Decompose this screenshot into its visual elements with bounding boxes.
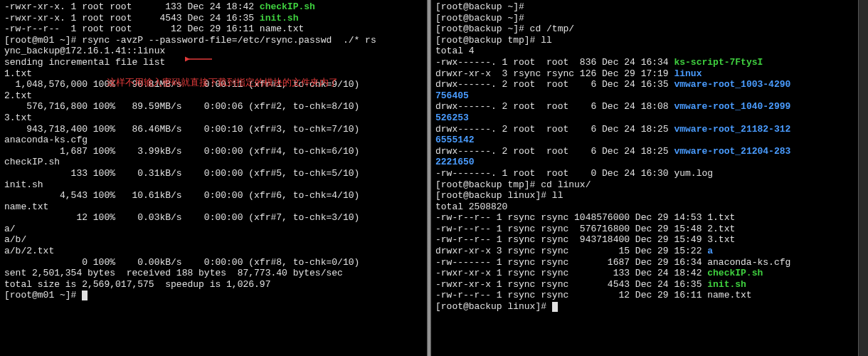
rsync-output-line: 12 100% 0.03kB/s 0:00:00 (xfr#7, to-chk=… <box>4 212 423 224</box>
terminal-line: [root@backup tmp]# ll <box>435 35 854 46</box>
ls-line: -rwxr-xr-x. 1 root root 133 Dec 24 18:42… <box>4 1 423 13</box>
terminal-line: -rw-r--r-- 1 rsync rsync 943718400 Dec 2… <box>435 234 854 246</box>
rsync-output-line: init.sh <box>4 179 423 191</box>
rsync-output-line: 3.txt <box>4 112 423 124</box>
rsync-output-line: sending incremental file list <box>4 57 423 68</box>
terminal-line: [root@backup ~]# cd /tmp/ <box>435 23 854 35</box>
terminal-line: total 2508820 <box>435 201 854 213</box>
terminal-line: [root@backup tmp]# cd linux/ <box>435 179 854 191</box>
terminal-line: -rw-r--r-- 1 rsync rsync 1048576000 Dec … <box>435 212 854 224</box>
rsync-output-line: name.txt <box>4 201 423 213</box>
cursor-icon <box>82 290 88 300</box>
terminal-line: [root@backup ~]# <box>435 1 854 13</box>
rsync-output-line: 0 100% 0.00kB/s 0:00:00 (xfr#8, to-chk=0… <box>4 257 423 268</box>
rsync-output-line: checkIP.sh <box>4 157 423 168</box>
terminal-line: drwx------. 2 root root 6 Dec 24 18:08 v… <box>435 101 854 112</box>
terminal-left[interactable]: -rwxr-xr-x. 1 root root 133 Dec 24 18:42… <box>0 0 427 356</box>
terminal-line: -rw------- 1 rsync rsync 1687 Dec 29 16:… <box>435 257 854 268</box>
terminal-line: -rwxr-xr-x 1 rsync rsync 133 Dec 24 18:4… <box>435 268 854 279</box>
terminal-line: drwx------. 2 root root 6 Dec 24 18:25 v… <box>435 124 854 135</box>
terminal-line: [root@backup linux]# ll <box>435 190 854 201</box>
terminal-line: drwxr-xr-x 3 rsync rsync 15 Dec 29 15:22… <box>435 246 854 257</box>
scrollbar[interactable] <box>858 0 868 356</box>
terminal-line: -rw-r--r-- 1 rsync rsync 12 Dec 29 16:11… <box>435 290 854 301</box>
rsync-output-line: a/b/2.txt <box>4 246 423 257</box>
cursor-icon <box>552 302 558 312</box>
shell-prompt-line-wrap: ync_backup@172.16.1.41::linux <box>4 46 423 57</box>
rsync-output-line: 2.txt <box>4 90 423 102</box>
shell-prompt-ready[interactable]: [root@backup linux]# <box>435 301 854 313</box>
rsync-output-line: a/ <box>4 224 423 235</box>
terminal-line: drwx------. 2 root root 6 Dec 24 18:25 v… <box>435 146 854 157</box>
terminal-line: total 4 <box>435 46 854 57</box>
shell-prompt-ready[interactable]: [root@m01 ~]# <box>4 290 423 301</box>
terminal-line: -rw-r--r-- 1 rsync rsync 576716800 Dec 2… <box>435 224 854 235</box>
shell-prompt-line[interactable]: [root@m01 ~]# rsync -avzP --password-fil… <box>4 35 423 46</box>
rsync-output-line: 1.txt <box>4 68 423 80</box>
rsync-output-line: anaconda-ks.cfg <box>4 135 423 146</box>
rsync-output-line: 1,048,576,000 100% 90.81MB/s 0:00:11 (xf… <box>4 79 423 90</box>
terminal-line: drwx------. 2 root root 6 Dec 24 16:35 v… <box>435 79 854 90</box>
rsync-output-line: 943,718,400 100% 86.46MB/s 0:00:10 (xfr#… <box>4 124 423 135</box>
ls-line: -rw-r--r-- 1 root root 12 Dec 29 16:11 n… <box>4 23 423 35</box>
terminal-right[interactable]: [root@backup ~]# [root@backup ~]# [root@… <box>431 0 858 356</box>
terminal-line: 756405 <box>435 90 854 102</box>
rsync-output-line: total size is 2,569,017,575 speedup is 1… <box>4 279 423 290</box>
rsync-output-line: a/b/ <box>4 234 423 246</box>
rsync-output-line: 576,716,800 100% 89.59MB/s 0:00:06 (xfr#… <box>4 101 423 112</box>
terminal-line: -rw-------. 1 root root 0 Dec 24 16:30 y… <box>435 168 854 179</box>
terminal-line: -rwx------. 1 root root 836 Dec 24 16:34… <box>435 57 854 68</box>
ls-line: -rwxr-xr-x. 1 root root 4543 Dec 24 16:3… <box>4 13 423 24</box>
terminal-line: [root@backup ~]# <box>435 13 854 24</box>
terminal-line: -rwxr-xr-x 1 rsync rsync 4543 Dec 24 16:… <box>435 279 854 290</box>
terminal-line: 526253 <box>435 112 854 124</box>
rsync-output-line: 1,687 100% 3.99kB/s 0:00:00 (xfr#4, to-c… <box>4 146 423 157</box>
terminal-line: drwxr-xr-x 3 rsync rsync 126 Dec 29 17:1… <box>435 68 854 80</box>
terminal-line: 6555142 <box>435 135 854 146</box>
rsync-output-line: 133 100% 0.31kB/s 0:00:00 (xfr#5, to-chk… <box>4 168 423 179</box>
rsync-output-line: sent 2,501,354 bytes received 188 bytes … <box>4 268 423 279</box>
rsync-output-line: 4,543 100% 10.61kB/s 0:00:00 (xfr#6, to-… <box>4 190 423 201</box>
terminal-line: 2221650 <box>435 157 854 168</box>
